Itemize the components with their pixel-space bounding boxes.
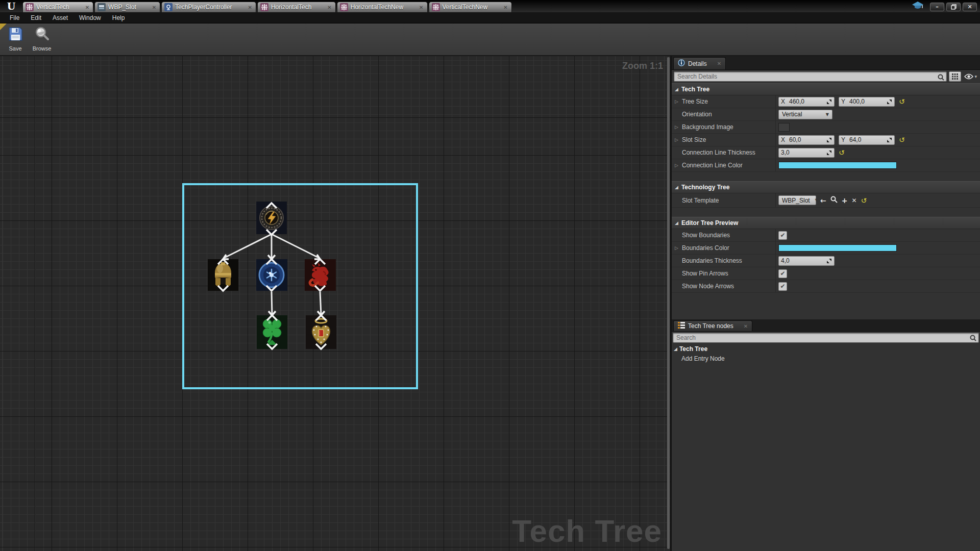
tab-horizontaltechnew[interactable]: HorizontalTechNew ✕ [337, 2, 428, 12]
tech-node-gold-helmet[interactable] [208, 259, 238, 291]
tab-details[interactable]: Details ✕ [673, 57, 726, 69]
tab-verticaltech[interactable]: VerticalTech ✕ [22, 2, 93, 12]
menu-bar: File Edit Asset Window Help [0, 12, 980, 23]
tree-item-add-entry-node[interactable]: Add Entry Node [672, 354, 980, 363]
tree-size-y-field[interactable]: Y 400,0 [839, 97, 895, 107]
tab-techplayercontroller[interactable]: TechPlayerController ✕ [161, 2, 256, 12]
zoom-level-label: Zoom 1:1 [622, 61, 663, 71]
section-technology-tree[interactable]: ◢ Technology Tree [672, 181, 980, 193]
prop-label: Tree Size [682, 98, 708, 105]
tech-node-lightning-amulet[interactable] [256, 202, 287, 234]
player-controller-icon [164, 3, 173, 11]
display-filter-button[interactable] [949, 71, 961, 82]
tech-node-gold-heart-locket[interactable] [306, 315, 336, 349]
reset-to-default-icon[interactable]: ↺ [899, 136, 905, 143]
prop-label: Slot Template [682, 197, 719, 204]
menu-file[interactable]: File [4, 13, 25, 23]
prop-label: Show Node Arrows [682, 283, 734, 290]
connection-line-thickness-field[interactable]: 3,0 [778, 148, 835, 158]
close-icon[interactable]: ✕ [419, 5, 423, 10]
tab-wbp-slot[interactable]: WBP_Slot ✕ [94, 2, 160, 12]
lightning-amulet-icon [256, 202, 287, 234]
close-icon[interactable]: ✕ [248, 5, 252, 10]
add-icon[interactable]: + [842, 197, 848, 204]
browse-button[interactable]: Browse [29, 26, 55, 52]
canvas-vertical-scrollbar[interactable] [667, 57, 670, 549]
drag-corner-icon [826, 137, 832, 143]
browse-asset-icon[interactable] [830, 196, 838, 205]
grid-icon [952, 73, 958, 80]
reset-to-default-icon[interactable]: ↺ [899, 98, 905, 105]
row-connection-line-thickness: Connection Line Thickness 3,0 ↺ [672, 146, 980, 159]
search-icon [970, 334, 976, 343]
orientation-dropdown[interactable]: Vertical ▼ [778, 110, 832, 119]
drag-corner-icon [887, 137, 892, 143]
expander-icon[interactable]: ▷ [675, 245, 678, 251]
prop-label: Boundaries Color [682, 244, 729, 252]
reset-to-default-icon[interactable]: ↺ [839, 149, 845, 156]
row-show-pin-arrows: Show Pin Arrows ✔ [672, 267, 980, 280]
slot-size-y-field[interactable]: Y 64,0 [839, 135, 895, 145]
use-selected-icon[interactable]: ← [820, 197, 826, 204]
menu-edit[interactable]: Edit [25, 13, 47, 23]
menu-window[interactable]: Window [74, 13, 107, 23]
reset-to-default-icon[interactable]: ↺ [861, 197, 867, 204]
boundaries-thickness-field[interactable]: 4,0 [778, 256, 835, 266]
widget-slot-icon [97, 3, 106, 11]
boundaries-color-bar[interactable] [778, 244, 897, 252]
prop-label: Background Image [682, 123, 733, 131]
menu-help[interactable]: Help [107, 13, 131, 23]
tech-node-green-clover[interactable] [257, 315, 287, 349]
document-tabstrip: U VerticalTech ✕ WBP_Slot ✕ TechPlayerCo… [0, 0, 980, 12]
section-title: Tech Tree [681, 86, 709, 93]
expander-icon[interactable]: ▷ [675, 163, 678, 168]
section-collapse-icon: ◢ [675, 185, 678, 190]
connection-line-color-bar[interactable] [778, 162, 897, 169]
expander-icon[interactable]: ▷ [675, 99, 678, 104]
save-button[interactable]: Save [2, 26, 29, 52]
show-boundaries-checkbox[interactable]: ✔ [778, 231, 787, 240]
close-icon[interactable]: ✕ [503, 5, 507, 10]
tab-verticaltechnew[interactable]: VerticalTechNew ✕ [429, 2, 512, 12]
expander-icon[interactable]: ▷ [675, 124, 678, 130]
show-node-arrows-checkbox[interactable]: ✔ [778, 282, 787, 291]
section-editor-tree-preview[interactable]: ◢ Editor Tree Preview [672, 217, 980, 229]
prop-label: Show Pin Arrows [682, 270, 728, 277]
tab-horizontaltech[interactable]: HorizontalTech ✕ [257, 2, 336, 12]
tech-node-red-dragon[interactable] [305, 259, 336, 291]
drag-corner-icon [887, 99, 892, 105]
tutorial-cap-icon[interactable] [912, 1, 924, 12]
unreal-logo-icon: U [0, 0, 22, 12]
clear-icon[interactable]: ✕ [851, 197, 856, 204]
close-icon[interactable]: ✕ [85, 5, 89, 10]
section-tech-tree[interactable]: ◢ Tech Tree [672, 83, 980, 95]
slot-size-x-field[interactable]: X 60,0 [778, 135, 835, 145]
close-icon[interactable]: ✕ [327, 5, 331, 10]
tree-size-x-field[interactable]: X 460,0 [778, 97, 835, 107]
nodes-search-input[interactable] [673, 333, 979, 343]
tech-node-blue-shield[interactable] [256, 259, 287, 291]
close-icon[interactable]: ✕ [717, 61, 721, 66]
close-icon[interactable]: ✕ [744, 323, 748, 329]
close-icon[interactable]: ✕ [152, 5, 156, 10]
restore-button[interactable] [946, 3, 961, 11]
close-window-button[interactable]: ✕ [963, 3, 977, 11]
details-info-icon [678, 59, 685, 68]
tree-item-tech-tree[interactable]: ◢ Tech Tree [672, 344, 980, 354]
details-search-input[interactable] [674, 71, 947, 82]
designer-canvas[interactable]: Zoom 1:1 Tech Tree [0, 56, 670, 551]
chevron-down-icon: ▼ [815, 198, 818, 203]
slot-template-dropdown[interactable]: WBP_Slot ▼ [778, 195, 816, 205]
expander-icon[interactable]: ▷ [675, 137, 678, 142]
nodes-tabstrip: Tech Tree nodes ✕ [672, 319, 980, 332]
background-image-swatch[interactable] [778, 123, 790, 132]
chevron-down-icon: ▼ [826, 112, 829, 117]
menu-asset[interactable]: Asset [47, 13, 74, 23]
row-show-node-arrows: Show Node Arrows ✔ [672, 280, 980, 293]
nodes-tab-label: Tech Tree nodes [688, 322, 733, 330]
show-pin-arrows-checkbox[interactable]: ✔ [778, 269, 787, 278]
view-options-button[interactable]: ▾ [963, 73, 978, 80]
tree-collapse-icon: ◢ [674, 346, 677, 352]
tab-tech-tree-nodes[interactable]: Tech Tree nodes ✕ [673, 320, 752, 331]
minimize-button[interactable]: – [930, 3, 944, 11]
